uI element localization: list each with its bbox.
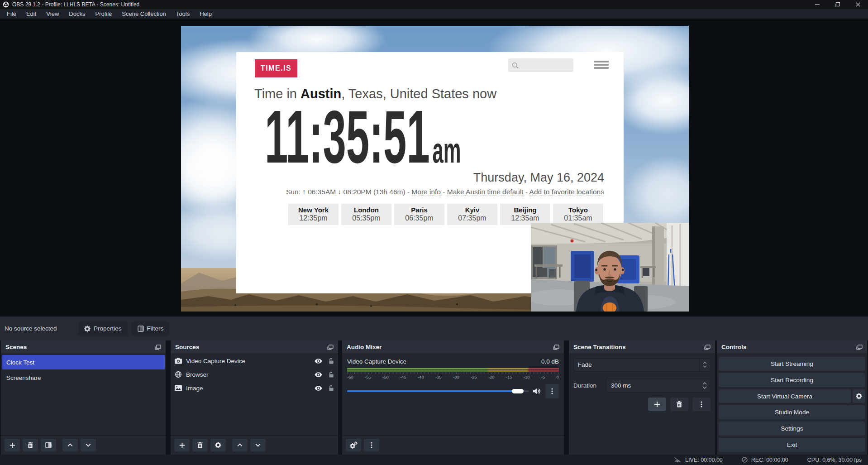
visibility-eye-icon[interactable] (315, 372, 322, 377)
maximize-button[interactable] (827, 0, 848, 9)
preview-canvas[interactable]: TIME.IS Time in Austin, Texas, United St… (181, 26, 689, 312)
close-button[interactable] (848, 0, 868, 9)
spinner-chevrons[interactable] (699, 379, 710, 392)
menu-item[interactable]: Tools (171, 10, 195, 17)
clock-ampm: am (432, 130, 461, 170)
scale-tick: -20 (488, 374, 495, 379)
city-name: Beijing (500, 206, 550, 214)
window-controls (807, 0, 868, 9)
control-button[interactable]: Studio Mode (719, 405, 865, 419)
select-chevrons[interactable] (699, 359, 710, 371)
menu-item[interactable]: View (41, 10, 64, 17)
scale-tick: -25 (471, 374, 477, 379)
volume-slider[interactable] (347, 388, 529, 394)
chevron-down-icon (702, 386, 707, 389)
gear-icon (215, 442, 221, 448)
visibility-eye-icon[interactable] (315, 359, 322, 364)
transition-menu-button[interactable] (692, 398, 711, 411)
source-row[interactable]: Browser (171, 368, 338, 381)
control-row: Start Streaming (719, 357, 865, 371)
menu-item[interactable]: Profile (90, 10, 117, 17)
filters-button[interactable]: Filters (132, 322, 170, 336)
city-name: London (341, 206, 391, 214)
visibility-eye-icon[interactable] (315, 386, 322, 391)
audio-mixer-popout-button[interactable] (553, 345, 559, 350)
move-scene-up-button[interactable] (62, 439, 78, 451)
source-row[interactable]: Video Capture Device (171, 354, 338, 368)
city-card: Paris 06:35pm (394, 204, 444, 225)
scale-tick: -40 (418, 374, 424, 379)
volume-slider-handle[interactable] (512, 389, 524, 393)
sources-toolbar (171, 435, 338, 455)
source-row[interactable]: Image (171, 381, 338, 395)
remove-source-button[interactable] (192, 439, 208, 451)
virtual-camera-settings-button[interactable] (853, 389, 865, 403)
menu-item[interactable]: Docks (64, 10, 90, 17)
chevron-up-icon (67, 443, 73, 447)
control-button[interactable]: Start Virtual Camera (719, 389, 851, 403)
sun-info-part: More info (411, 188, 441, 196)
meter-tickmarks (347, 372, 559, 374)
source-label: Video Capture Device (186, 358, 310, 364)
control-row: Settings (719, 422, 865, 436)
scene-item[interactable]: Screenshare (2, 370, 165, 385)
control-button[interactable]: Start Recording (719, 373, 865, 387)
lock-icon[interactable] (329, 358, 334, 364)
lock-icon[interactable] (329, 371, 334, 378)
minimize-button[interactable] (807, 0, 827, 9)
control-row: Exit (719, 438, 865, 452)
mixer-channel-menu-button[interactable] (545, 384, 559, 398)
add-scene-button[interactable] (5, 439, 20, 451)
city-time: 06:35pm (394, 214, 444, 222)
city-time: 01:35am (553, 214, 603, 222)
scale-tick: -15 (506, 374, 512, 379)
control-button[interactable]: Start Streaming (719, 357, 865, 371)
audio-mixer-menu-button[interactable] (364, 439, 379, 451)
gear-icon (84, 326, 91, 332)
obs-window: OBS 29.1.2 - Profile: LLHLS BETA - Scene… (0, 0, 868, 465)
city-name: New York (288, 206, 339, 214)
transition-value: Fade (574, 361, 699, 368)
add-source-button[interactable] (174, 439, 190, 451)
add-transition-button[interactable] (648, 398, 666, 411)
menu-item[interactable]: File (2, 10, 21, 17)
control-button[interactable]: Settings (719, 422, 865, 436)
move-scene-down-button[interactable] (81, 439, 96, 451)
sun-info-line: Sun: ↑ 06:35AM ↓ 08:20PM (13h 46m) - Mor… (286, 188, 604, 196)
speaker-icon[interactable] (533, 388, 541, 394)
filters-label: Filters (147, 325, 164, 332)
move-source-up-button[interactable] (232, 439, 248, 451)
world-cities-row: New York 12:35pm London 05:35pm Paris 06… (288, 204, 603, 225)
scenes-popout-button[interactable] (155, 345, 161, 350)
controls-buttons: Start Streaming Start Recording Start Vi… (717, 354, 867, 455)
city-card: London 05:35pm (341, 204, 391, 225)
controls-popout-button[interactable] (856, 345, 863, 350)
timeis-logo: TIME.IS (255, 59, 297, 77)
menu-item[interactable]: Help (195, 10, 217, 17)
scene-item[interactable]: Clock Test (2, 355, 165, 369)
move-source-down-button[interactable] (250, 439, 266, 451)
control-button[interactable]: Exit (719, 438, 865, 452)
lock-icon[interactable] (329, 385, 334, 391)
menu-item[interactable]: Edit (21, 10, 41, 17)
plus-icon (10, 442, 15, 448)
scene-filters-button[interactable] (41, 439, 56, 451)
window-title: OBS 29.1.2 - Profile: LLHLS BETA - Scene… (12, 1, 139, 8)
controls-panel-title: Controls (721, 344, 747, 350)
city-name: Paris (394, 206, 444, 214)
source-properties-button[interactable] (210, 439, 226, 451)
scale-tick: -45 (400, 374, 406, 379)
remove-transition-button[interactable] (670, 398, 688, 411)
preview-area: TIME.IS Time in Austin, Texas, United St… (0, 19, 868, 316)
properties-button[interactable]: Properties (78, 322, 128, 336)
meter-scale: -60-55-50-45-40-35-30-25-20-15-10-50 (347, 374, 559, 379)
remove-scene-button[interactable] (23, 439, 38, 451)
sources-popout-button[interactable] (327, 345, 334, 350)
duration-spinner[interactable]: 300 ms (606, 378, 711, 393)
transition-select[interactable]: Fade (573, 358, 711, 371)
sun-info-part: - (524, 188, 529, 196)
transitions-popout-button[interactable] (704, 345, 711, 350)
menu-item[interactable]: Scene Collection (117, 10, 171, 17)
advanced-audio-button[interactable] (346, 439, 361, 451)
double-gear-icon (350, 441, 358, 449)
